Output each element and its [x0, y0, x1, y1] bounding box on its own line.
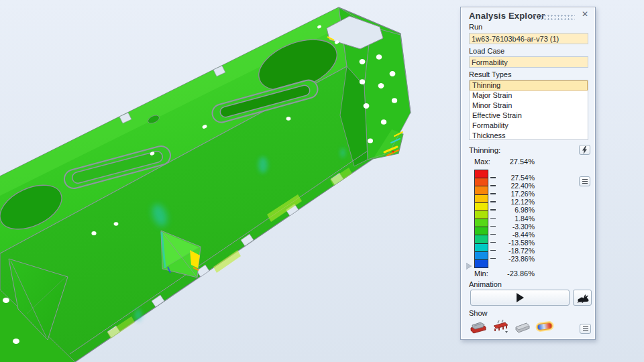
legend-min-row: Min: -23.86%	[461, 269, 596, 278]
animation-speed-button[interactable]	[573, 290, 592, 306]
legend-tick: -3.30%	[461, 223, 535, 231]
result-type-item[interactable]: Effective Strain	[470, 111, 588, 121]
legend-max-row: Max: 27.54%	[461, 158, 596, 166]
drag-handle[interactable]	[533, 14, 575, 20]
legend-tick: 1.84%	[461, 215, 535, 223]
tick-value: -13.58%	[494, 239, 535, 247]
min-value: -23.86%	[494, 269, 535, 278]
result-type-item[interactable]: Minor Strain	[470, 101, 588, 111]
show-menu-button[interactable]	[580, 324, 591, 334]
result-type-item[interactable]: Major Strain	[470, 90, 588, 101]
result-types-list: ThinningMajor StrainMinor StrainEffectiv…	[469, 80, 588, 140]
close-icon[interactable]: ✕	[580, 9, 590, 19]
legend-range-pointer[interactable]	[466, 263, 472, 269]
legend-tick: 12.12%	[461, 198, 535, 206]
legend-ticks: 27.54%22.40%17.26%12.12%6.98%1.84%-3.30%…	[461, 170, 535, 272]
legend-tick: 6.98%	[461, 206, 535, 214]
result-type-item[interactable]: Thinning	[470, 80, 588, 90]
punch-icon	[514, 319, 531, 334]
legend-tick: 22.40%	[461, 182, 535, 190]
show-tools-row	[469, 318, 554, 335]
tick-value: 6.98%	[494, 206, 535, 214]
legend-tick: -23.86%	[461, 255, 535, 263]
tick-value: -3.30%	[494, 223, 535, 231]
die-icon	[470, 319, 487, 334]
menu-icon	[582, 179, 588, 184]
tick-value: -23.86%	[494, 255, 535, 263]
max-label: Max:	[474, 158, 490, 166]
tick-value: 22.40%	[494, 182, 535, 190]
application-window: Analysis Explorer ✕ Run Load Case Result…	[0, 0, 644, 362]
tick-value: 27.54%	[494, 174, 535, 182]
animation-label: Animation	[469, 280, 502, 288]
show-die-toggle[interactable]	[469, 318, 488, 335]
tick-value: 17.26%	[494, 190, 535, 198]
legend-title: Thinning:	[469, 146, 500, 154]
show-label: Show	[469, 309, 488, 317]
legend-tick: -18.72%	[461, 247, 535, 255]
result-types-label: Result Types	[469, 70, 511, 78]
min-label: Min:	[474, 269, 488, 278]
load-case-field[interactable]	[469, 56, 588, 68]
legend-menu-button[interactable]	[579, 176, 590, 186]
analysis-explorer-panel: Analysis Explorer ✕ Run Load Case Result…	[460, 7, 596, 340]
play-button[interactable]	[470, 290, 570, 306]
play-icon	[517, 293, 524, 302]
legend-tick: -13.58%	[461, 239, 535, 247]
blank-icon	[535, 318, 554, 335]
legend-tick: 27.54%	[461, 174, 535, 182]
legend-tick: -8.44%	[461, 231, 535, 239]
show-blank-toggle[interactable]	[535, 318, 554, 335]
legend-tick: 17.26%	[461, 190, 535, 198]
run-label: Run	[469, 23, 482, 31]
rabbit-icon	[576, 293, 589, 303]
show-punch-toggle[interactable]	[513, 318, 532, 335]
menu-icon	[583, 326, 588, 331]
binder-pins-icon	[492, 319, 509, 334]
tick-value: -8.44%	[494, 231, 535, 239]
result-type-item[interactable]: Thickness	[470, 131, 588, 140]
max-value: 27.54%	[494, 158, 535, 166]
tick-value: -18.72%	[494, 247, 535, 255]
tick-value: 12.12%	[494, 198, 535, 206]
load-case-label: Load Case	[469, 47, 504, 55]
run-field[interactable]	[469, 33, 588, 44]
show-binder-toggle[interactable]	[491, 318, 510, 335]
result-type-item[interactable]: Formability	[470, 121, 588, 131]
tick-value: 1.84%	[494, 215, 535, 223]
auto-scale-button[interactable]	[579, 145, 590, 155]
lightning-icon	[582, 146, 588, 154]
